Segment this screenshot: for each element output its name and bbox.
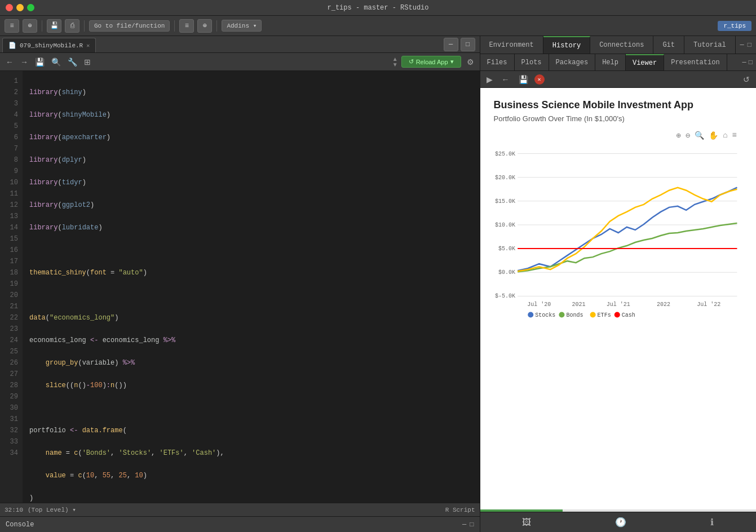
chart-svg: $25.0K $20.0K $15.0K $10.0K $5.0K $0.0K … xyxy=(494,143,742,323)
editor-tab-file[interactable]: 📄 079_shinyMobile.R ✕ xyxy=(2,38,96,52)
main-layout: 📄 079_shinyMobile.R ✕ — □ ← → 💾 🔍 🔧 ⊞ ▲ … xyxy=(0,36,756,532)
compile-btn[interactable]: ⊞ xyxy=(82,56,93,68)
right-bottom-tab-controls: — □ xyxy=(739,54,756,70)
chart-title: Business Science Mobile Investment App xyxy=(494,99,742,111)
right-collapse-btn[interactable]: — xyxy=(740,41,744,49)
pan-icon[interactable]: ✋ xyxy=(709,131,718,140)
console-min-icon[interactable]: — xyxy=(462,521,466,529)
svg-point-24 xyxy=(590,312,595,317)
expand-btn[interactable]: □ xyxy=(461,38,475,51)
tab-git-label: Git xyxy=(662,41,675,49)
tab-controls: — □ xyxy=(444,36,478,52)
go-forward-btn[interactable]: → xyxy=(18,56,30,68)
sep1 xyxy=(42,20,42,32)
tab-presentation[interactable]: Presentation xyxy=(664,54,727,70)
new-file-btn[interactable]: ≡ xyxy=(5,19,19,33)
right-top-tabs: Environment History Connections Git Tuto… xyxy=(480,36,756,54)
tab-file-icon: 📄 xyxy=(8,42,16,49)
svg-text:$10.0K: $10.0K xyxy=(495,222,515,228)
find-btn[interactable]: 🔍 xyxy=(49,56,63,68)
viewer-image-btn[interactable]: 🖼 xyxy=(522,517,531,527)
line-up-btn[interactable]: ▲ xyxy=(392,56,398,62)
tab-connections-label: Connections xyxy=(599,41,644,49)
zoom-in-icon[interactable]: ⊕ xyxy=(676,131,680,140)
tab-tutorial[interactable]: Tutorial xyxy=(684,36,736,54)
tab-environment[interactable]: Environment xyxy=(480,36,543,54)
code-area[interactable]: 1234 5678 9101112 13141516 17181920 2122… xyxy=(0,71,480,503)
close-window-btn[interactable] xyxy=(6,4,13,11)
viewer-content: Business Science Mobile Investment App P… xyxy=(480,88,756,512)
tab-history-label: History xyxy=(552,42,581,50)
reload-dropdown[interactable]: ▾ xyxy=(450,58,454,65)
tab-files-label: Files xyxy=(487,59,507,66)
rb-expand-btn[interactable]: □ xyxy=(749,59,753,66)
tab-file-label: 079_shinyMobile.R xyxy=(20,42,83,49)
viewer-progress-bar xyxy=(480,509,756,512)
collapse-btn[interactable]: — xyxy=(444,38,458,51)
viewer-refresh-btn[interactable]: ↺ xyxy=(740,74,753,85)
title-bar: r_tips - master - RStudio xyxy=(0,0,756,16)
zoom-out-icon[interactable]: ⊖ xyxy=(686,131,690,140)
svg-text:ETFs: ETFs xyxy=(597,313,611,319)
tools-btn[interactable]: 🔧 xyxy=(65,56,79,68)
top-toolbar: ≡ ⊕ 💾 ⎙ Go to file/function ≡ ⊕ Addins ▾… xyxy=(0,16,756,36)
viewer-save-btn[interactable]: 💾 xyxy=(516,74,531,85)
reload-label: Reload App xyxy=(416,59,448,65)
sep4 xyxy=(216,20,217,32)
right-panel: Environment History Connections Git Tuto… xyxy=(480,36,756,532)
code-content[interactable]: library(shiny) library(shinyMobile) libr… xyxy=(23,71,480,503)
goto-file-label: Go to file/function xyxy=(94,23,165,29)
home-icon[interactable]: ⌂ xyxy=(723,131,727,140)
svg-text:2021: 2021 xyxy=(572,302,585,308)
tab-connections[interactable]: Connections xyxy=(590,36,653,54)
window-controls xyxy=(6,4,34,11)
tab-plots[interactable]: Plots xyxy=(515,54,549,70)
console-max-icon[interactable]: □ xyxy=(470,521,474,529)
extra-btn2[interactable]: ⊕ xyxy=(197,19,212,33)
menu-icon[interactable]: ≡ xyxy=(732,131,737,140)
tab-git[interactable]: Git xyxy=(653,36,684,54)
line-down-btn[interactable]: ▼ xyxy=(392,62,398,68)
tab-history[interactable]: History xyxy=(543,36,590,54)
file-type: R Script xyxy=(445,507,475,513)
viewer-info-btn[interactable]: ℹ xyxy=(710,517,714,527)
viewer-go-btn[interactable]: ▶ xyxy=(484,74,496,85)
console-icons: — □ xyxy=(462,521,474,529)
console-bar: Console — □ xyxy=(0,516,480,532)
go-back-btn[interactable]: ← xyxy=(3,56,16,68)
tab-close-btn[interactable]: ✕ xyxy=(86,42,90,49)
tab-viewer-label: Viewer xyxy=(633,59,657,67)
right-expand-btn[interactable]: □ xyxy=(748,41,751,49)
save-file-btn[interactable]: 💾 xyxy=(33,56,47,68)
search-icon[interactable]: 🔍 xyxy=(695,131,704,140)
open-btn[interactable]: ⊕ xyxy=(23,19,37,33)
reload-icon: ↺ xyxy=(409,58,414,65)
goto-file-btn[interactable]: Go to file/function xyxy=(89,20,170,32)
editor-tab-bar: 📄 079_shinyMobile.R ✕ — □ xyxy=(0,36,480,53)
minimize-window-btn[interactable] xyxy=(16,4,24,11)
editor-toolbar: ← → 💾 🔍 🔧 ⊞ ▲ ▼ ↺ Reload App ▾ ⚙ xyxy=(0,53,480,71)
viewer-back-btn[interactable]: ← xyxy=(499,74,512,85)
tab-viewer[interactable]: Viewer xyxy=(626,54,664,70)
extra-btn1[interactable]: ≡ xyxy=(179,19,194,33)
viewer-stop-btn[interactable]: ✕ xyxy=(534,74,545,85)
save-btn[interactable]: 💾 xyxy=(47,19,61,33)
run-options-btn[interactable]: ⚙ xyxy=(465,56,476,68)
tab-help[interactable]: Help xyxy=(595,54,626,70)
rb-collapse-btn[interactable]: — xyxy=(742,59,746,66)
tab-tutorial-label: Tutorial xyxy=(693,41,726,49)
viewer-inner: Business Science Mobile Investment App P… xyxy=(480,88,756,509)
viewer-clock-btn[interactable]: 🕐 xyxy=(615,517,626,527)
addins-btn[interactable]: Addins ▾ xyxy=(222,20,262,32)
right-bottom-tabs: Files Plots Packages Help Viewer Present… xyxy=(480,54,756,71)
user-badge: r_tips xyxy=(718,21,751,31)
addins-label: Addins ▾ xyxy=(227,22,257,29)
svg-text:Jul '20: Jul '20 xyxy=(527,302,551,308)
tab-packages[interactable]: Packages xyxy=(549,54,596,70)
svg-text:$0.0K: $0.0K xyxy=(498,269,515,276)
reload-app-btn[interactable]: ↺ Reload App ▾ xyxy=(401,56,461,68)
tab-files[interactable]: Files xyxy=(480,54,515,70)
chart-area: $25.0K $20.0K $15.0K $10.0K $5.0K $0.0K … xyxy=(494,143,742,323)
maximize-window-btn[interactable] xyxy=(27,4,34,11)
print-btn[interactable]: ⎙ xyxy=(65,19,79,33)
